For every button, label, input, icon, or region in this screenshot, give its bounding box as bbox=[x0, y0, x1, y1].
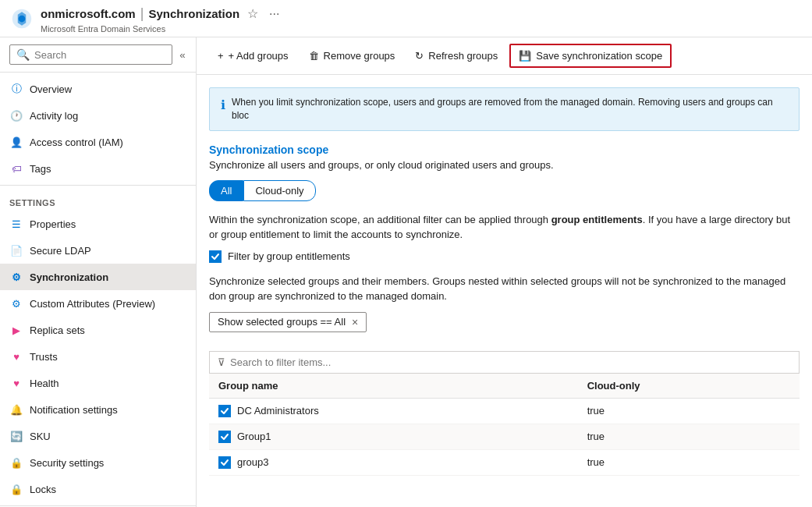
sidebar-item-label: Properties bbox=[30, 218, 76, 230]
filter-checkbox[interactable] bbox=[209, 250, 222, 263]
sidebar-item-secure-ldap[interactable]: 📄 Secure LDAP bbox=[0, 237, 196, 264]
scope-desc: Synchronize all users and groups, or onl… bbox=[209, 159, 800, 171]
filter-input[interactable] bbox=[230, 356, 791, 368]
table-row: DC Administrators true bbox=[209, 398, 800, 424]
toolbar: + + Add groups 🗑 Remove groups ↻ Refresh… bbox=[197, 37, 812, 75]
svg-point-1 bbox=[19, 15, 26, 22]
security-settings-icon: 🔒 bbox=[9, 456, 23, 470]
sidebar-item-notification-settings[interactable]: 🔔 Notification settings bbox=[0, 396, 196, 423]
filter-tag-area: Show selected groups == All × bbox=[209, 312, 800, 342]
filter-tag-close[interactable]: × bbox=[352, 316, 358, 328]
remove-groups-button[interactable]: 🗑 Remove groups bbox=[300, 44, 404, 67]
sku-icon: 🔄 bbox=[9, 429, 23, 443]
sidebar-item-overview[interactable]: ⓘ Overview bbox=[0, 76, 196, 102]
sidebar-item-properties[interactable]: ☰ Properties bbox=[0, 211, 196, 237]
scope-title: Synchronization scope bbox=[209, 144, 800, 156]
nav-divider-2 bbox=[0, 505, 196, 506]
refresh-groups-label: Refresh groups bbox=[428, 50, 498, 62]
filter-tag: Show selected groups == All × bbox=[209, 312, 367, 332]
sidebar-item-label: Secure LDAP bbox=[30, 245, 91, 257]
sidebar-item-label: Overview bbox=[30, 83, 72, 95]
sidebar-item-sku[interactable]: 🔄 SKU bbox=[0, 423, 196, 449]
info-banner: ℹ When you limit synchronization scope, … bbox=[209, 87, 800, 131]
header-divider: | bbox=[140, 5, 144, 22]
filter-checkbox-label: Filter by group entitlements bbox=[228, 250, 350, 262]
save-scope-label: Save synchronization scope bbox=[536, 50, 662, 62]
refresh-groups-button[interactable]: ↻ Refresh groups bbox=[406, 44, 506, 67]
filter-checkbox-row[interactable]: Filter by group entitlements bbox=[209, 250, 800, 263]
sidebar-item-replica-sets[interactable]: ▶ Replica sets bbox=[0, 317, 196, 343]
health-icon: ♥ bbox=[9, 376, 23, 390]
group-name-cell: group3 bbox=[209, 449, 578, 475]
search-icon: 🔍 bbox=[16, 48, 30, 61]
row-checkbox[interactable] bbox=[218, 456, 231, 469]
collapse-button[interactable]: « bbox=[176, 44, 190, 66]
sidebar-item-label: Trusts bbox=[30, 351, 58, 363]
info-icon: ℹ bbox=[221, 97, 225, 114]
scope-section: Synchronization scope Synchronize all us… bbox=[209, 144, 800, 476]
nav-divider-1 bbox=[0, 185, 196, 186]
sidebar-item-activity-log[interactable]: 🕐 Activity log bbox=[0, 102, 196, 129]
groups-table: Group name Cloud-only DC Administrators bbox=[209, 374, 800, 476]
page-title: Synchronization bbox=[148, 7, 239, 20]
header-title-area: onmicrosoft.com | Synchronization ☆ ··· … bbox=[41, 3, 282, 34]
sidebar-item-label: Notification settings bbox=[30, 404, 118, 416]
sidebar-item-health[interactable]: ♥ Health bbox=[0, 370, 196, 396]
custom-attributes-icon: ⚙ bbox=[9, 296, 23, 310]
locks-icon: 🔒 bbox=[9, 482, 23, 496]
search-input[interactable] bbox=[34, 49, 165, 61]
refresh-icon: ↻ bbox=[415, 50, 424, 62]
domain-title: onmicrosoft.com bbox=[41, 7, 136, 20]
tags-icon: 🏷 bbox=[9, 161, 23, 176]
col-cloud-only: Cloud-only bbox=[578, 374, 800, 399]
activity-log-icon: 🕐 bbox=[9, 108, 23, 122]
sidebar-item-label: Locks bbox=[30, 484, 56, 495]
sidebar-item-label: Replica sets bbox=[30, 324, 85, 336]
sidebar-item-label: Security settings bbox=[30, 457, 104, 469]
secure-ldap-icon: 📄 bbox=[9, 243, 23, 257]
info-banner-text: When you limit synchronization scope, us… bbox=[232, 96, 788, 122]
body-text-2: Synchronize selected groups and their me… bbox=[209, 274, 800, 304]
col-group-name: Group name bbox=[209, 374, 578, 399]
group-name: group3 bbox=[237, 456, 268, 468]
sidebar-item-trusts[interactable]: ♥ Trusts bbox=[0, 343, 196, 370]
overview-icon: ⓘ bbox=[9, 82, 23, 96]
right-panel: + + Add groups 🗑 Remove groups ↻ Refresh… bbox=[197, 37, 812, 507]
sidebar-item-label: Access control (IAM) bbox=[30, 136, 123, 148]
row-checkbox[interactable] bbox=[218, 405, 231, 417]
search-box[interactable]: 🔍 bbox=[9, 44, 172, 65]
group-name: DC Administrators bbox=[237, 405, 319, 417]
sidebar-item-access-control[interactable]: 👤 Access control (IAM) bbox=[0, 129, 196, 155]
sidebar: 🔍 « ⓘ Overview 🕐 Activity log 👤 Access c… bbox=[0, 37, 197, 507]
app-logo bbox=[9, 6, 34, 31]
sidebar-item-custom-attributes[interactable]: ⚙ Custom Attributes (Preview) bbox=[0, 290, 196, 317]
sidebar-item-locks[interactable]: 🔒 Locks bbox=[0, 476, 196, 502]
toggle-cloud-button[interactable]: Cloud-only bbox=[243, 180, 315, 201]
access-control-icon: 👤 bbox=[9, 135, 23, 149]
row-checkbox[interactable] bbox=[218, 431, 231, 443]
add-groups-button[interactable]: + + Add groups bbox=[209, 44, 297, 67]
table-row: group3 true bbox=[209, 449, 800, 475]
cloud-only-cell: true bbox=[578, 398, 800, 424]
sidebar-item-tags[interactable]: 🏷 Tags bbox=[0, 155, 196, 182]
table-row: Group1 true bbox=[209, 424, 800, 449]
cloud-only-cell: true bbox=[578, 449, 800, 475]
search-filter-bar[interactable]: ⊽ bbox=[209, 351, 800, 374]
properties-icon: ☰ bbox=[9, 217, 23, 231]
sidebar-item-synchronization[interactable]: ⚙ Synchronization bbox=[0, 264, 196, 290]
remove-groups-label: Remove groups bbox=[324, 50, 395, 62]
body-text-1: Within the synchronization scope, an add… bbox=[209, 212, 800, 243]
star-button[interactable]: ☆ bbox=[244, 3, 261, 24]
sidebar-item-security-settings[interactable]: 🔒 Security settings bbox=[0, 449, 196, 476]
remove-icon: 🗑 bbox=[309, 50, 319, 62]
cloud-only-cell: true bbox=[578, 424, 800, 449]
sidebar-item-label: Health bbox=[30, 378, 59, 389]
header-subtitle: Microsoft Entra Domain Services bbox=[41, 24, 282, 34]
save-scope-button[interactable]: 💾 Save synchronization scope bbox=[509, 44, 672, 68]
toggle-all-button[interactable]: All bbox=[209, 180, 243, 201]
save-icon: 💾 bbox=[519, 50, 531, 62]
filter-icon: ⊽ bbox=[218, 356, 225, 368]
notification-icon: 🔔 bbox=[9, 402, 23, 417]
more-button[interactable]: ··· bbox=[266, 4, 282, 24]
sidebar-nav: ⓘ Overview 🕐 Activity log 👤 Access contr… bbox=[0, 73, 196, 507]
